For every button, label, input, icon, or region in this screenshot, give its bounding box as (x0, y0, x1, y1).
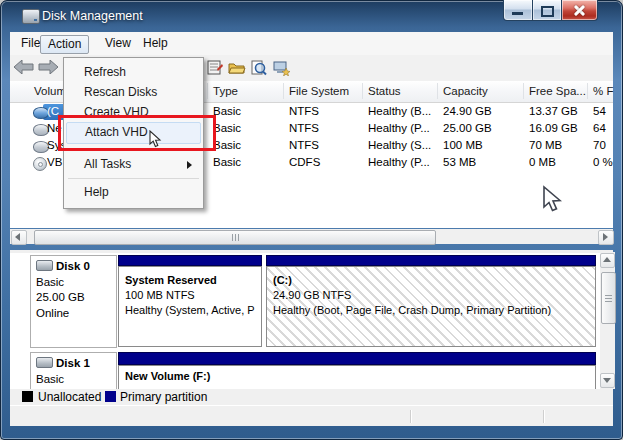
legend-bar: Unallocated Primary partition (10, 389, 613, 405)
menu-view[interactable]: View (98, 35, 138, 52)
right-arrow-icon (603, 233, 608, 241)
partition-new-volume[interactable]: New Volume (F:) (118, 352, 596, 394)
disk-icon (36, 260, 53, 271)
minimize-icon (512, 12, 523, 15)
header-free-space[interactable]: Free Spa... (529, 85, 586, 97)
menu-separator (68, 178, 199, 179)
partition-c-drive[interactable]: (C:) 24.90 GB NTFS Healthy (Boot, Page F… (266, 255, 596, 347)
menu-help[interactable]: Help (136, 35, 175, 52)
scroll-up-button[interactable] (600, 253, 615, 268)
disk-management-window: Disk Management File Action View Help (0, 0, 623, 440)
disk-icon (36, 357, 53, 368)
open-folder-icon[interactable] (228, 59, 246, 76)
up-arrow-icon (603, 257, 611, 262)
title-bar[interactable]: Disk Management (0, 0, 623, 31)
primary-partition-bar (118, 352, 596, 365)
cd-drive-icon (33, 157, 47, 171)
primary-partition-swatch (105, 391, 116, 402)
window-title: Disk Management (42, 9, 143, 23)
small-mouse-cursor (149, 130, 162, 149)
back-icon[interactable] (14, 60, 34, 74)
attach-vhd-callout-box (58, 115, 216, 151)
disk-management-app-icon (22, 9, 40, 24)
primary-partition-bar (118, 255, 262, 266)
close-button[interactable] (562, 0, 598, 21)
menu-item-help[interactable]: Help (66, 182, 201, 202)
menu-item-rescan-disks[interactable]: Rescan Disks (66, 82, 201, 102)
scroll-left-button[interactable] (11, 230, 27, 245)
disk0-label[interactable]: Disk 0 Basic 25.00 GB Online (30, 255, 117, 348)
submenu-arrow-icon (187, 161, 192, 169)
maximize-button[interactable] (533, 0, 562, 21)
maximize-icon (541, 6, 554, 17)
menu-item-refresh[interactable]: Refresh (66, 62, 201, 82)
properties-icon[interactable] (206, 59, 224, 76)
legend-primary-partition: Primary partition (120, 390, 207, 404)
menu-item-all-tasks[interactable]: All Tasks (66, 154, 201, 174)
minimize-button[interactable] (503, 0, 533, 21)
manage-computer-icon[interactable] (272, 59, 290, 76)
window-controls (503, 0, 598, 21)
vertical-scrollbar[interactable] (600, 252, 615, 389)
down-arrow-icon (603, 378, 611, 383)
left-arrow-icon (15, 233, 20, 241)
forward-icon[interactable] (38, 60, 58, 74)
horizontal-scrollbar-thumb[interactable] (34, 230, 436, 245)
horizontal-scrollbar[interactable] (10, 229, 613, 244)
vertical-scrollbar-thumb[interactable] (601, 272, 616, 324)
menu-bar: File Action View Help (10, 32, 613, 56)
unallocated-swatch (22, 391, 33, 402)
header-capacity[interactable]: Capacity (443, 85, 488, 97)
header-status[interactable]: Status (368, 85, 401, 97)
legend-unallocated: Unallocated (38, 390, 101, 404)
partition-system-reserved[interactable]: System Reserved 100 MB NTFS Healthy (Sys… (118, 255, 262, 347)
header-file-system[interactable]: File System (289, 85, 349, 97)
primary-partition-bar (266, 255, 596, 266)
status-bar (10, 405, 613, 426)
scroll-down-button[interactable] (600, 373, 615, 388)
header-type[interactable]: Type (213, 85, 238, 97)
scroll-right-button[interactable] (598, 230, 614, 245)
menu-action[interactable]: Action (40, 35, 89, 54)
search-document-icon[interactable] (250, 59, 268, 76)
large-mouse-cursor (542, 185, 564, 215)
header-percent-free[interactable]: % F (593, 85, 613, 97)
